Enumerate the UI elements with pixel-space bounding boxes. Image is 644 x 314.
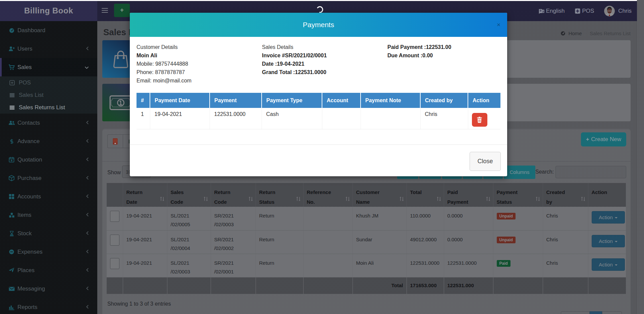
sidebar-item-purchase[interactable]: Purchase	[0, 169, 97, 187]
breadcrumb: Home > Sales Returns List	[560, 30, 631, 36]
row-checkbox[interactable]	[110, 258, 119, 269]
sidebar-item-contacts[interactable]: Contacts	[0, 114, 97, 132]
payments-header-row: # Payment Date Payment Payment Type Acco…	[137, 93, 500, 108]
nav-plus-button[interactable]: +	[114, 4, 130, 17]
cell-total: 49012.0000	[407, 230, 444, 254]
avatar	[604, 6, 615, 16]
action-button[interactable]: Action	[592, 235, 625, 247]
breadcrumb-separator: >	[585, 31, 587, 36]
paid-payment: Paid Payment :122531.00	[387, 43, 500, 51]
bar-chart-icon	[8, 304, 15, 311]
close-button[interactable]: Close	[470, 152, 501, 171]
language-menu[interactable]: English	[538, 8, 565, 14]
col-total[interactable]: Total	[407, 183, 444, 207]
sidebar-item-sales-list[interactable]: Sales List	[0, 89, 97, 101]
cell-return-code: SR/2021 /02/0002	[211, 230, 256, 254]
sidebar-item-accounts[interactable]: Accounts	[0, 187, 97, 206]
sidebar-item-sales[interactable]: Sales	[0, 58, 97, 76]
cell-return-date: 19-04-2021	[123, 254, 167, 277]
column-header-label: Return Status	[259, 189, 275, 205]
page-1-button[interactable]: 1	[590, 311, 602, 314]
sidebar-item-stock[interactable]: Stock	[0, 224, 97, 243]
search-input[interactable]	[555, 166, 626, 178]
sidebar-item-quotation[interactable]: Quotation	[0, 150, 97, 169]
sidebar-item-messaging[interactable]: Messaging	[0, 279, 97, 298]
col-paid-payment[interactable]: Paid Payment	[444, 183, 493, 207]
col-return-code[interactable]: Return Code	[211, 183, 256, 207]
cell-total: 110.0000	[407, 207, 444, 230]
cell-return-code: SR/2021 /02/0001	[211, 254, 256, 277]
cell-type: Cash	[262, 108, 322, 129]
payment-details: Customer Details Moin Ali Mobile: 987574…	[137, 43, 500, 85]
create-new-label: Create New	[591, 136, 621, 142]
chevron-left-icon	[86, 267, 89, 274]
sidebar-item-pos[interactable]: POS	[0, 76, 97, 89]
brand-logo[interactable]: Billing Book	[0, 1, 97, 21]
customer-name: Moin Ali	[137, 51, 262, 60]
table-header-row: Return Date Sales Code Return Code Retur…	[107, 183, 626, 207]
sidebar-item-users[interactable]: Users	[0, 40, 97, 58]
action-button[interactable]: Action	[592, 258, 625, 271]
table-row: 19-04-2021 SL/2021 /02/0005 SR/2021 /02/…	[107, 207, 626, 230]
pos-menu[interactable]: POS	[575, 8, 594, 14]
table-info: Showing 1 to 3 of 3 entries	[107, 301, 171, 307]
create-new-button[interactable]: +Create New	[581, 132, 626, 146]
action-button[interactable]: Action	[592, 211, 625, 224]
close-icon[interactable]: ×	[497, 21, 500, 28]
sort-icon	[581, 195, 586, 205]
chevron-down-icon	[85, 64, 89, 71]
col-return-date[interactable]: Return Date	[123, 183, 167, 207]
cell-note	[361, 108, 420, 129]
pagination: Previous 1 Next	[561, 311, 622, 314]
column-header-label: Payment Status	[497, 189, 518, 205]
sidebar-item-items[interactable]: Items	[0, 206, 97, 224]
sort-icon	[160, 195, 165, 205]
columns-button[interactable]: Columns	[504, 166, 535, 179]
delete-payment-button[interactable]	[472, 113, 487, 127]
pdf-file-icon	[113, 138, 118, 145]
row-checkbox[interactable]	[110, 211, 119, 222]
chevron-left-icon	[86, 120, 89, 126]
status-badge: Paid	[497, 260, 511, 267]
sidebar-item-dashboard[interactable]: Dashboard	[0, 21, 97, 40]
sidebar-item-places[interactable]: Places	[0, 261, 97, 279]
trash-icon	[477, 117, 482, 123]
col-customer-name[interactable]: Customer Name	[353, 183, 407, 207]
col-payment-status[interactable]: Payment Status	[493, 183, 543, 207]
modal-body: Customer Details Moin Ali Mobile: 987574…	[130, 37, 507, 129]
sort-icon	[345, 195, 350, 205]
pos-label: POS	[582, 8, 594, 14]
breadcrumb-home[interactable]: Home	[569, 30, 582, 36]
scrollbar-track[interactable]	[636, 0, 644, 314]
user-menu[interactable]: Chris	[604, 6, 632, 16]
chevron-left-icon	[86, 304, 89, 311]
total-paid-payment: 122531.000	[444, 277, 493, 294]
cell-sales-code: SL/2021 /02/0003	[167, 254, 211, 277]
plus-square-icon	[9, 79, 15, 86]
cell-return-status: Return	[256, 230, 303, 254]
sidebar-item-expenses[interactable]: Expenses	[0, 243, 97, 261]
hamburger-menu-icon[interactable]	[102, 8, 108, 14]
cell-reference-no	[303, 207, 353, 230]
col-sales-code[interactable]: Sales Code	[167, 183, 211, 207]
sort-icon	[535, 195, 540, 205]
sidebar-item-reports[interactable]: Reports	[0, 298, 97, 314]
col-reference-no[interactable]: Reference No.	[303, 183, 353, 207]
payment-summary: Paid Payment :122531.00 Due Amount :0.00	[387, 43, 500, 85]
next-page-button[interactable]: Next	[602, 311, 622, 314]
sidebar-item-sales-returns-list[interactable]: Sales Returns List	[0, 101, 97, 114]
col-return-status[interactable]: Return Status	[256, 183, 303, 207]
export-pdf-button[interactable]	[107, 134, 123, 148]
sort-icon	[248, 195, 253, 205]
row-checkbox[interactable]	[110, 235, 119, 246]
col-payment-note: Payment Note	[361, 93, 420, 108]
cell-created-by: Chris	[543, 207, 588, 230]
sidebar-item-advance[interactable]: Advance	[0, 132, 97, 150]
col-created-by[interactable]: Created by	[543, 183, 588, 207]
users-icon	[8, 119, 15, 126]
sort-icon	[486, 195, 491, 205]
language-icon	[538, 8, 545, 14]
navbar-right-menu: English POS Chris	[528, 1, 632, 21]
previous-page-button[interactable]: Previous	[561, 311, 590, 314]
show-label: Show	[107, 170, 121, 176]
